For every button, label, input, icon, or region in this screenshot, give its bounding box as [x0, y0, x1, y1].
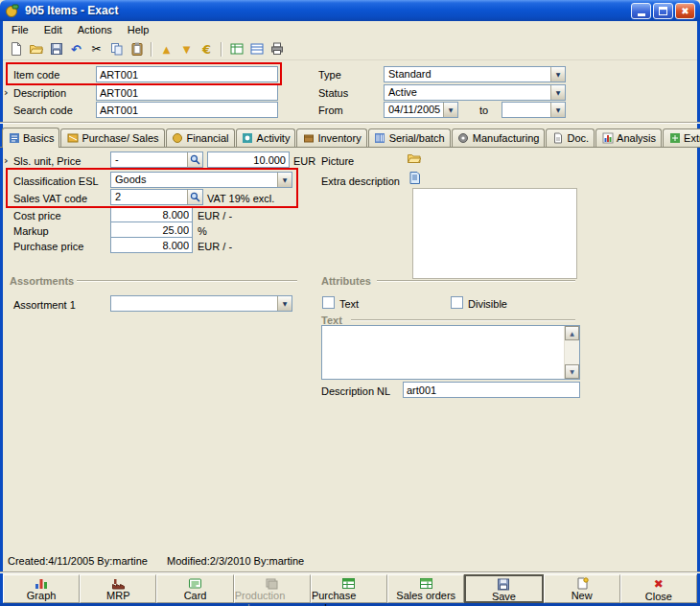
analysis-tab-icon	[601, 132, 614, 145]
maximize-icon	[659, 7, 667, 15]
picture-browse-folder-icon[interactable]	[406, 150, 423, 166]
print-icon[interactable]	[268, 40, 286, 58]
divisible-checkbox[interactable]	[451, 296, 463, 309]
save-icon[interactable]	[47, 40, 65, 58]
cost-price-input[interactable]	[110, 206, 193, 222]
menu-actions[interactable]: Actions	[70, 22, 120, 37]
magnifier-icon[interactable]	[187, 152, 202, 167]
text-group-line	[351, 319, 575, 321]
item-code-input[interactable]	[96, 66, 278, 82]
graph-icon	[35, 577, 49, 590]
classification-esl-value: Goods	[111, 173, 277, 187]
tab-extra[interactable]: Extra	[663, 128, 700, 147]
picture-preview-box	[412, 188, 577, 279]
from-date-picker[interactable]: 04/11/2005 ▼	[384, 102, 458, 118]
assortment-1-dropdown[interactable]: ▼	[110, 295, 292, 312]
doc-tab-icon	[551, 132, 564, 145]
copy-icon[interactable]	[107, 40, 126, 58]
tab-strip: Basics Purchase/ Sales Financial Activit…	[2, 128, 699, 148]
card-icon	[188, 577, 202, 590]
tab-manufacturing[interactable]: Manufacturing	[452, 128, 546, 147]
dropdown-arrow-icon[interactable]: ▼	[550, 67, 565, 82]
scroll-up-icon[interactable]: ▲	[565, 326, 579, 340]
card-button[interactable]: Card	[156, 574, 233, 603]
divisible-checkbox-label: Divisible	[468, 297, 507, 312]
mrp-button[interactable]: MRP	[80, 574, 156, 603]
sls-unit-lookup[interactable]: -	[110, 152, 203, 168]
type-value: Standard	[385, 67, 550, 82]
sales-orders-button[interactable]: Sales orders	[387, 574, 464, 603]
inventory-tab-icon	[302, 132, 315, 145]
description-nl-input[interactable]	[403, 382, 580, 398]
euro-icon[interactable]: €	[198, 40, 216, 58]
cut-icon[interactable]: ✂	[87, 40, 105, 58]
item-code-label: Item code	[13, 68, 59, 82]
markup-input[interactable]	[110, 221, 193, 238]
minimize-button[interactable]	[631, 3, 651, 19]
sales-orders-icon	[419, 577, 433, 590]
new-document-icon[interactable]	[7, 40, 25, 58]
sls-price-input[interactable]	[207, 152, 290, 168]
menu-help[interactable]: Help	[120, 22, 157, 37]
dropdown-arrow-icon[interactable]: ▼	[550, 85, 565, 100]
application-window: 905 Items - Exact ✖ File Edit Actions He…	[0, 0, 700, 606]
undo-icon[interactable]: ↶	[67, 40, 85, 58]
financial-tab-icon	[172, 132, 184, 145]
nav-up-icon[interactable]: ▲	[157, 40, 175, 58]
extra-description-note-icon[interactable]	[406, 170, 423, 186]
status-label: Status	[318, 86, 348, 101]
purchase-orders-button[interactable]: Purchase orders	[311, 574, 387, 603]
description-input[interactable]	[96, 84, 278, 101]
cost-price-label: Cost price	[13, 209, 61, 223]
close-button[interactable]: ✖	[675, 3, 695, 19]
list-blue-icon[interactable]	[247, 40, 266, 58]
tab-inventory[interactable]: Inventory	[296, 128, 366, 147]
maximize-button[interactable]	[653, 3, 673, 19]
magnifier-icon[interactable]	[187, 190, 202, 204]
sales-vat-code-lookup[interactable]: 2	[110, 189, 203, 205]
purchase-orders-icon	[341, 577, 356, 590]
tab-doc[interactable]: Doc.	[546, 128, 595, 147]
status-dropdown[interactable]: Active ▼	[384, 84, 566, 101]
from-label: From	[318, 104, 343, 118]
text-area[interactable]	[322, 326, 563, 379]
vertical-scrollbar[interactable]: ▲ ▼	[564, 326, 579, 379]
new-button-label: New	[572, 590, 593, 602]
type-dropdown[interactable]: Standard ▼	[384, 66, 566, 82]
dropdown-arrow-icon[interactable]: ▼	[443, 103, 457, 117]
card-green-icon[interactable]	[227, 40, 245, 58]
purchase-price-input[interactable]	[110, 237, 193, 253]
close-icon: ✖	[681, 6, 688, 16]
nav-down-icon[interactable]: ▼	[177, 40, 196, 58]
window-title: 905 Items - Exact	[25, 4, 629, 17]
dropdown-arrow-icon[interactable]: ▼	[550, 103, 565, 117]
tab-label: Analysis	[617, 132, 656, 144]
tab-analysis[interactable]: Analysis	[595, 128, 662, 147]
to-label: to	[479, 104, 488, 118]
tab-purchase-sales[interactable]: Purchase/ Sales	[60, 128, 164, 147]
tab-basics[interactable]: Basics	[2, 128, 59, 148]
purchase-sales-tab-icon	[66, 132, 79, 145]
text-checkbox[interactable]	[322, 296, 335, 309]
text-area-container: ▲ ▼	[321, 325, 580, 380]
close-window-button[interactable]: ✖ Close	[620, 574, 697, 603]
sales-vat-code-label: Sales VAT code	[13, 192, 87, 206]
dropdown-arrow-icon[interactable]: ▼	[277, 173, 292, 187]
search-code-input[interactable]	[96, 102, 278, 118]
tab-serial-batch[interactable]: Serial/batch	[368, 128, 451, 147]
scroll-down-icon[interactable]: ▼	[565, 364, 579, 379]
save-button[interactable]: Save	[464, 574, 543, 603]
required-marker: ›	[4, 154, 9, 169]
open-folder-icon[interactable]	[27, 40, 45, 58]
to-date-picker[interactable]: ▼	[502, 102, 566, 118]
menu-edit[interactable]: Edit	[36, 22, 70, 37]
assortments-group-title: Assortments	[10, 274, 74, 288]
tab-activity[interactable]: Activity	[236, 128, 296, 147]
classification-esl-dropdown[interactable]: Goods ▼	[110, 172, 292, 188]
tab-financial[interactable]: Financial	[166, 128, 235, 147]
new-button[interactable]: New	[544, 574, 620, 603]
dropdown-arrow-icon[interactable]: ▼	[277, 296, 292, 311]
graph-button[interactable]: Graph	[3, 574, 80, 603]
menu-file[interactable]: File	[4, 22, 36, 37]
paste-icon[interactable]	[128, 40, 146, 58]
